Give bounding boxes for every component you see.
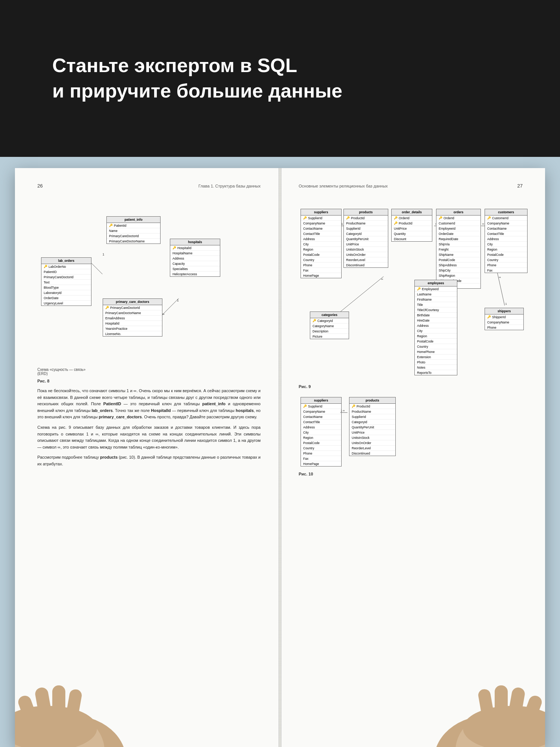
- table-lab-orders: lab_orders 🔑 LabOrderNo PatientID Primar…: [41, 257, 91, 306]
- body-text-1: Пока не беспокойтесь, что означают симво…: [37, 388, 261, 421]
- banner-title-line1: Станьте экспертом в SQL: [52, 55, 297, 76]
- erd-diagram-right: 1 ∞ 1 ∞ ∞ 1 ∞ 1 ∞ 1: [299, 201, 523, 381]
- page-number-left: 26: [37, 183, 43, 189]
- book: 26 Глава 1. Структура базы данных ∞ 1 ∞ …: [15, 168, 545, 747]
- svg-line-21: [335, 276, 384, 316]
- book-spine: [279, 168, 281, 747]
- book-area: 26 Глава 1. Структура базы данных ∞ 1 ∞ …: [11, 168, 549, 747]
- table-suppliers-fig9: suppliers 🔑 SupplierId CompanyName Conta…: [301, 209, 342, 278]
- table-customers: customers 🔑 CustomerId CompanyName Conta…: [485, 209, 528, 273]
- table-orders: orders 🔑 OrderId CustomerId EmployeeId O…: [436, 209, 481, 289]
- svg-text:∞: ∞: [499, 276, 501, 279]
- svg-text:1: 1: [505, 302, 507, 306]
- table-employees: employees 🔑 EmployeeId LastName FirstNam…: [414, 280, 457, 375]
- svg-text:∞: ∞: [343, 409, 345, 412]
- table-suppliers-fig10: suppliers 🔑 SupplierId CompanyName Conta…: [301, 397, 342, 467]
- svg-text:∞: ∞: [482, 222, 485, 226]
- table-primary-care-doctors: primary_care_doctors 🔑 PrimaryCareDoctor…: [103, 298, 162, 337]
- svg-line-27: [497, 273, 504, 306]
- svg-line-6: [160, 298, 179, 317]
- body-text-3: Рассмотрим подробнее таблицу products (р…: [37, 454, 261, 467]
- banner: Станьте экспертом в SQL и приручите боль…: [0, 0, 560, 157]
- chapter-right: Основные элементы реляционных баз данных: [299, 184, 388, 188]
- table-order-details: order_details 🔑 OrderId 🔑 ProductId Unit…: [391, 209, 432, 242]
- fig9-label: Рис. 9: [299, 384, 523, 389]
- svg-text:∞: ∞: [381, 278, 383, 281]
- table-patient-info: patient_info 🔑 PatientId Name PrimaryCar…: [106, 216, 161, 244]
- page-right: Основные элементы реляционных баз данных…: [280, 168, 545, 747]
- table-hospitals: hospitals 🔑 HospitalId HospitalName Addr…: [170, 239, 220, 277]
- chapter-left: Глава 1. Структура базы данных: [199, 184, 261, 188]
- table-categories: categories 🔑 CategoryId CategoryName Des…: [310, 311, 349, 339]
- table-products-fig9: products 🔑 ProductId ProductName Supplie…: [343, 209, 388, 268]
- diagram-caption-left: Схема «сущность — связь»(ERD): [37, 368, 261, 376]
- table-shippers: shippers 🔑 ShipperId CompanyName Phone: [485, 308, 524, 330]
- svg-text:1: 1: [102, 252, 104, 256]
- erd-diagram-left: ∞ 1 ∞ 1 ∞ 1 patient_info 🔑 PatientId Nam…: [37, 205, 261, 362]
- banner-title: Станьте экспертом в SQL и приручите боль…: [52, 53, 342, 103]
- banner-title-line2: и приручите большие данные: [52, 80, 342, 102]
- svg-text:1: 1: [177, 298, 179, 302]
- fig8-label: Рис. 8: [37, 379, 261, 383]
- erd-diagram-fig10: suppliers 🔑 SupplierId CompanyName Conta…: [299, 393, 523, 468]
- page-number-right: 27: [517, 183, 523, 189]
- fig10-label: Рис. 10: [299, 472, 523, 476]
- body-text-2: Схема на рис. 9 описывает базу данных дл…: [37, 424, 261, 450]
- page-left: 26 Глава 1. Структура базы данных ∞ 1 ∞ …: [15, 168, 280, 747]
- table-products-fig10: products 🔑 ProductId ProductName Supplie…: [349, 397, 396, 456]
